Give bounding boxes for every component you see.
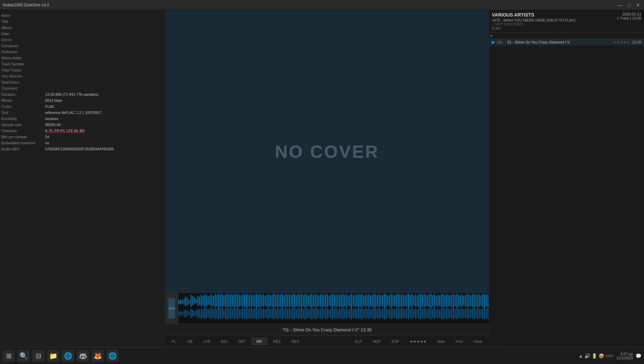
svg-rect-61 [280, 294, 281, 307]
svg-rect-218 [241, 309, 242, 318]
svg-rect-200 [209, 308, 210, 318]
tab-now[interactable]: Now [432, 338, 450, 345]
svg-rect-268 [327, 308, 328, 319]
metadata-value [45, 56, 164, 61]
chrome-button[interactable]: 🌐 [106, 350, 118, 362]
svg-rect-311 [401, 308, 402, 319]
svg-rect-2 [178, 300, 179, 304]
tab-clear[interactable]: Clear [469, 338, 487, 345]
tab-bio[interactable]: BIO [216, 338, 233, 345]
maximize-button[interactable]: □ [626, 2, 632, 8]
svg-rect-262 [316, 308, 317, 319]
svg-rect-348 [465, 309, 466, 318]
svg-rect-127 [394, 295, 395, 306]
search-button[interactable]: 🔍 [18, 350, 30, 362]
metadata-value [45, 38, 164, 42]
svg-rect-284 [354, 308, 355, 319]
svg-rect-272 [334, 309, 335, 318]
metadata-label: Encoding [1, 117, 45, 121]
tab-lib[interactable]: LIB [182, 338, 198, 345]
svg-rect-224 [251, 308, 252, 319]
metadata-row: Album [1, 25, 164, 31]
playlist-content [489, 46, 644, 347]
file-explorer-button[interactable]: 📁 [47, 350, 59, 362]
svg-rect-352 [472, 308, 473, 319]
tab-ngp[interactable]: NGP [368, 338, 386, 345]
playlist-track-row[interactable]: ▶ n/a 01 - Shine On You Crazy Diamond I-… [489, 39, 644, 46]
tab-find[interactable]: Find [450, 338, 468, 345]
tab-elp[interactable]: ELP [350, 338, 367, 345]
browser-button-1[interactable]: 🌐 [62, 350, 74, 362]
firefox-button[interactable]: 🦊 [92, 350, 104, 362]
svg-rect-249 [294, 308, 295, 319]
svg-rect-294 [372, 308, 373, 318]
app-icon-1[interactable]: 🦝 [77, 350, 89, 362]
svg-rect-359 [484, 307, 485, 320]
svg-rect-326 [427, 309, 428, 318]
svg-rect-295 [373, 307, 374, 320]
svg-rect-165 [460, 295, 461, 306]
waveform-display[interactable] [178, 293, 489, 324]
svg-rect-356 [479, 308, 480, 318]
svg-rect-195 [201, 308, 202, 319]
svg-rect-151 [436, 296, 437, 305]
metadata-label: Performer [1, 50, 45, 55]
svg-rect-80 [313, 295, 314, 306]
tab-esp[interactable]: ESP [386, 338, 404, 345]
svg-rect-136 [410, 295, 411, 306]
dropbox-icon: 📦 [599, 353, 604, 359]
svg-rect-47 [256, 294, 257, 308]
svg-rect-19 [208, 297, 209, 305]
taskbar-time: 3:57 μμ [616, 352, 633, 356]
svg-rect-92 [334, 295, 335, 306]
svg-rect-333 [439, 309, 440, 318]
metadata-value [45, 44, 164, 49]
svg-rect-190 [192, 310, 193, 317]
svg-rect-340 [451, 308, 452, 319]
notification-icon[interactable]: 💬 [636, 353, 641, 359]
svg-rect-90 [330, 295, 331, 307]
metadata-value: 6: FL FR FC LFE BL BR [45, 129, 164, 133]
minimize-button[interactable]: — [616, 2, 624, 8]
tab-rating-stars[interactable]: ★★★★★ [405, 338, 432, 345]
waveform-area[interactable] [165, 293, 489, 324]
tab-inf[interactable]: INF [251, 338, 268, 345]
svg-rect-320 [417, 309, 418, 318]
svg-rect-128 [396, 294, 397, 307]
metadata-row: Genre [1, 37, 164, 43]
svg-rect-168 [465, 295, 466, 306]
playlist-album: 1975 - WISH YOU WERE HERE [SACD TO FLAC] [492, 18, 617, 22]
svg-rect-28 [223, 295, 224, 306]
svg-rect-166 [462, 294, 463, 307]
taskbar: ⊞ 🔍 ⊟ 📁 🌐 🦝 🦊 🌐 ▲ 🔊 🔋 📦 ENG 3:57 μμ 11/1… [0, 347, 644, 364]
svg-rect-258 [310, 308, 311, 318]
svg-rect-205 [218, 307, 219, 320]
svg-rect-68 [292, 294, 293, 308]
tab-lyr[interactable]: LYR [198, 338, 215, 345]
svg-rect-14 [199, 297, 200, 305]
tab-pl[interactable]: PL [167, 338, 181, 345]
svg-rect-319 [415, 308, 416, 318]
svg-rect-312 [403, 308, 404, 318]
playlist-date-value: 2020-01-11 [617, 12, 641, 16]
task-view-button[interactable]: ⊟ [32, 350, 44, 362]
svg-rect-152 [437, 295, 438, 307]
svg-rect-117 [377, 295, 378, 306]
close-button[interactable]: ✕ [635, 2, 641, 8]
svg-rect-3 [180, 299, 181, 305]
start-button[interactable]: ⊞ [3, 350, 15, 362]
svg-rect-243 [284, 309, 285, 318]
tab-det[interactable]: DET [233, 338, 251, 345]
album-art[interactable]: NO COVER [165, 10, 489, 293]
tab-res1[interactable]: RES [268, 338, 286, 345]
svg-rect-94 [337, 295, 338, 306]
svg-rect-116 [375, 294, 376, 307]
svg-rect-260 [313, 309, 314, 318]
svg-rect-279 [346, 308, 347, 319]
svg-rect-185 [183, 310, 184, 317]
svg-rect-275 [339, 308, 340, 319]
tab-res2[interactable]: RES [286, 338, 304, 345]
svg-rect-277 [342, 307, 343, 320]
metadata-label: Audio MD5 [1, 147, 45, 152]
metadata-label: Composer [1, 44, 45, 49]
